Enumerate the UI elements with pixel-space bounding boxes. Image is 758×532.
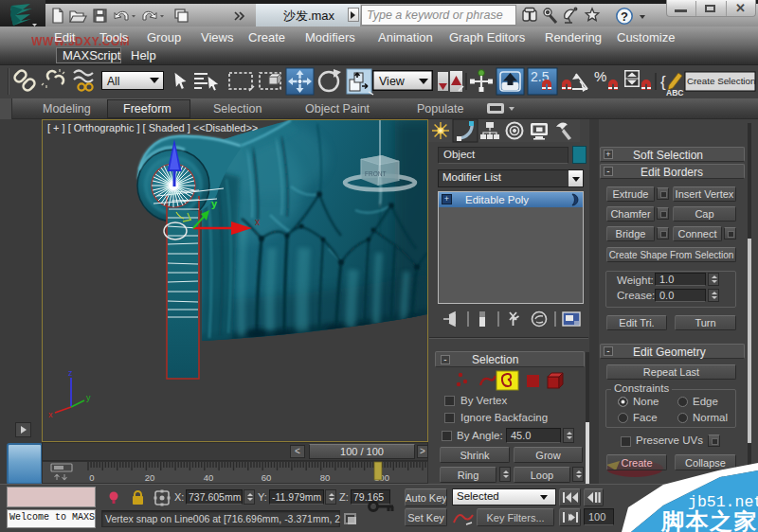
- svg-text:z: z: [68, 368, 73, 378]
- svg-text:40: 40: [204, 472, 214, 483]
- svg-text:x: x: [48, 410, 53, 419]
- svg-text:y: y: [211, 198, 218, 209]
- svg-text:80: 80: [320, 472, 331, 483]
- svg-text:脚本之家: 脚本之家: [660, 508, 758, 532]
- svg-text:%: %: [594, 68, 606, 84]
- svg-text:60: 60: [262, 472, 272, 483]
- svg-text:Create Selection: Create Selection: [687, 76, 755, 86]
- svg-text:0: 0: [89, 472, 94, 483]
- svg-text:ABC: ABC: [666, 88, 683, 98]
- svg-text:View: View: [379, 75, 406, 88]
- svg-text:All: All: [107, 75, 119, 88]
- svg-text:20: 20: [145, 472, 155, 483]
- svg-text:?: ?: [621, 9, 628, 24]
- svg-text:y: y: [86, 393, 91, 402]
- svg-text:FRONT: FRONT: [365, 170, 386, 177]
- svg-text:x: x: [255, 217, 260, 227]
